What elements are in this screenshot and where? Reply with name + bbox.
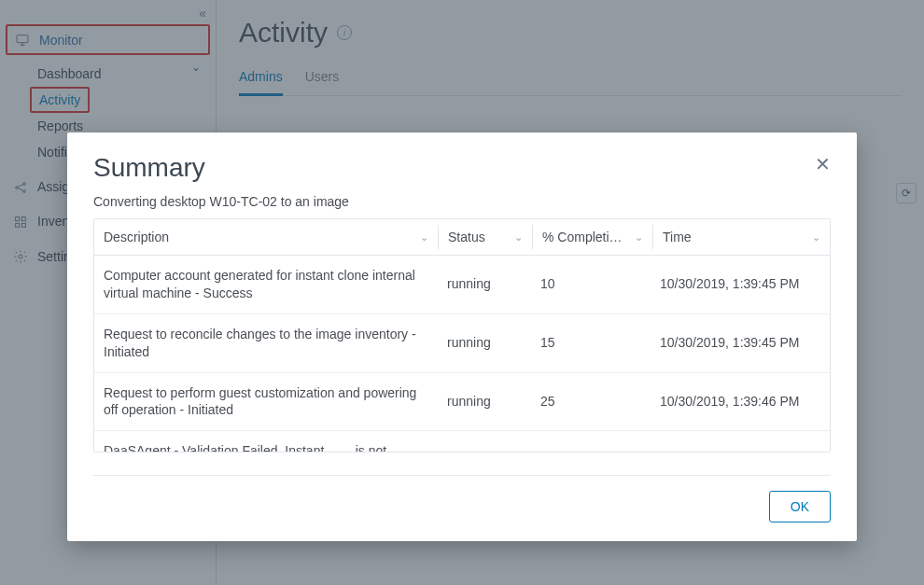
summary-table: Description⌄ Status⌄ % Completi…⌄ Time⌄ … [93,218,831,453]
col-completion[interactable]: % Completi…⌄ [533,219,652,255]
cell-time: 10/30/2019, 1:39:46 PM [651,431,830,452]
cell-time: 10/30/2019, 1:39:45 PM [651,314,830,372]
cell-completion: 10 [531,256,651,313]
table-row: Request to perform guest customization a… [94,373,830,432]
table-body: Computer account generated for instant c… [94,256,830,452]
cell-description: Computer account generated for instant c… [94,256,438,313]
cell-status: error [438,431,531,452]
divider [93,475,831,476]
cell-completion: 15 [531,314,651,372]
cell-description: Request to reconcile changes to the imag… [94,314,438,372]
cell-status: running [438,373,531,431]
modal-title: Summary [93,153,815,183]
modal-subtitle: Converting desktop W10-TC-02 to an image [93,194,831,209]
summary-modal: Summary ✕ Converting desktop W10-TC-02 t… [67,132,857,541]
cell-time: 10/30/2019, 1:39:45 PM [651,256,830,313]
cell-status: running [438,314,531,372]
cell-description: Request to perform guest customization a… [94,373,438,431]
table-header: Description⌄ Status⌄ % Completi…⌄ Time⌄ [94,219,830,256]
modal-overlay: Summary ✕ Converting desktop W10-TC-02 t… [0,0,924,585]
table-row: Computer account generated for instant c… [94,256,830,314]
sort-icon: ⌄ [635,231,643,244]
col-description[interactable]: Description⌄ [94,219,438,255]
cell-description: DaaSAgent - Validation Failed. Instant C… [94,431,438,452]
close-icon[interactable]: ✕ [815,153,831,175]
ok-button[interactable]: OK [769,491,831,522]
sort-icon: ⌄ [514,231,523,244]
sort-icon: ⌄ [812,231,820,244]
col-time[interactable]: Time⌄ [653,219,830,255]
table-row: Request to reconcile changes to the imag… [94,314,830,373]
col-status[interactable]: Status⌄ [439,219,532,255]
cell-time: 10/30/2019, 1:39:46 PM [651,373,830,431]
table-row: DaaSAgent - Validation Failed. Instant C… [94,431,830,452]
sort-icon: ⌄ [420,231,428,244]
cell-completion: 25 [531,373,651,431]
cell-completion: 100 [531,431,651,452]
cell-status: running [438,256,531,313]
